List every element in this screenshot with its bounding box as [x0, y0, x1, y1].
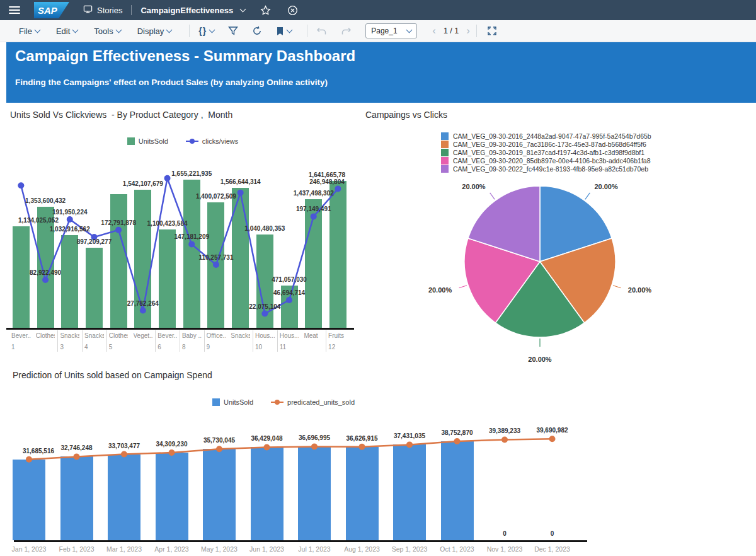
bar-data-label: 0 — [534, 530, 571, 537]
dashboard-subtitle: Finding the Campaigns' effect on Product… — [6, 65, 756, 87]
line-point[interactable] — [454, 438, 461, 444]
bar-data-label: 1,655,221,935 — [157, 170, 226, 177]
pie-percentage-label: 20.00% — [594, 183, 618, 190]
line-data-label: 110,257,731 — [181, 254, 251, 261]
menu-file[interactable]: File — [19, 26, 40, 36]
bar-data-label: 0 — [486, 530, 524, 537]
line-point[interactable] — [26, 456, 32, 463]
x-axis-line — [14, 540, 587, 542]
line-point[interactable] — [188, 241, 195, 247]
line-data-label: 197,149,491 — [279, 206, 348, 212]
line-data-label: 22,075,104 — [230, 303, 299, 310]
bar-data-label: 1,566,644,314 — [206, 178, 275, 185]
fullscreen-icon[interactable] — [487, 26, 497, 36]
menu-tools[interactable]: Tools — [94, 26, 120, 36]
x-axis-line — [6, 328, 354, 330]
favorite-star-icon[interactable] — [260, 5, 271, 16]
line-data-label: 246,948,804 — [292, 178, 359, 185]
chart-campaigns-vs-clicks: Campaings vs Clicks CAM_VEG_09-30-2016_2… — [365, 105, 755, 364]
chart-prediction-units-sold: Prediction of Units sold based on Campai… — [6, 366, 755, 556]
dashboard-title: Campaign Effectiveness - Summary Dashboa… — [6, 42, 756, 65]
page-selector-value: Page_1 — [371, 26, 397, 35]
page-selector[interactable]: Page_1 — [365, 23, 417, 38]
line-point[interactable] — [216, 446, 222, 452]
pie-label-leader — [459, 286, 467, 288]
hamburger-menu-icon[interactable] — [9, 6, 20, 14]
bar-data-label: 1,353,600,432 — [11, 197, 80, 204]
story-header-banner: Campaign Effectiveness - Summary Dashboa… — [6, 42, 756, 103]
bar-data-label: 1,542,107,679 — [108, 180, 178, 187]
pie-label-leader — [490, 193, 495, 200]
pie-layer: 20.00%20.00%20.00%20.00%20.00% — [365, 105, 755, 364]
shell-bar: SAP Stories CampaignEffectiveness — [0, 0, 756, 20]
bar-data-label: 471,057,030 — [255, 276, 324, 283]
toolbar-divider — [476, 25, 477, 37]
bar-data-label: 1,032,916,562 — [35, 226, 105, 233]
refresh-icon[interactable] — [252, 26, 262, 36]
menu-file-label: File — [19, 26, 32, 36]
chevron-down-icon — [406, 27, 413, 33]
chevron-down-icon — [35, 27, 41, 33]
menu-display-label: Display — [137, 26, 164, 36]
chevron-down-icon — [115, 27, 122, 33]
line-point[interactable] — [264, 444, 270, 450]
line-data-label: 46,694,714 — [255, 289, 324, 296]
next-page-icon[interactable]: › — [461, 25, 475, 37]
pie-percentage-label: 20.00% — [528, 356, 552, 363]
line-point[interactable] — [311, 213, 317, 219]
line-point[interactable] — [74, 453, 80, 460]
chevron-down-icon — [72, 27, 79, 33]
sac-story-window: SAP Stories CampaignEffectiveness — [0, 0, 756, 556]
prev-page-icon[interactable]: ‹ — [427, 25, 441, 37]
line-point[interactable] — [140, 308, 146, 314]
pie-percentage-label: 20.00% — [628, 286, 652, 294]
sap-logo-text: SAP — [38, 5, 57, 16]
shell-divider — [131, 5, 132, 15]
braces-icon: {} — [198, 26, 207, 36]
filter-icon[interactable] — [228, 26, 238, 36]
toolbar-divider — [307, 25, 307, 37]
close-circle-icon[interactable] — [287, 5, 298, 16]
pie-label-leader — [613, 286, 621, 288]
line-data-label: 191,950,224 — [35, 209, 105, 216]
chart-units-vs-clickviews: Units Sold Vs Clickviews - By Product Ca… — [6, 105, 359, 359]
bar-data-label: 1,437,498,302 — [279, 190, 348, 197]
line-point[interactable] — [18, 182, 24, 188]
chevron-down-icon — [240, 6, 246, 13]
menu-display[interactable]: Display — [137, 26, 172, 36]
menu-tools-label: Tools — [94, 26, 113, 36]
line-point[interactable] — [286, 297, 292, 303]
redo-icon[interactable] — [341, 26, 352, 36]
bar-data-label: 1,400,072,509 — [181, 193, 251, 200]
sap-logo: SAP — [34, 2, 69, 18]
chevron-down-icon — [209, 27, 215, 33]
bar-data-label: 897,209,277 — [59, 238, 129, 245]
line-point[interactable] — [169, 449, 175, 456]
pie-label-leader — [585, 193, 590, 200]
bar-data-label: 1,100,423,584 — [133, 220, 202, 227]
line-point[interactable] — [213, 262, 219, 268]
line-point[interactable] — [549, 436, 556, 442]
chevron-down-icon — [166, 27, 173, 33]
menu-edit[interactable]: Edit — [56, 26, 77, 36]
line-point[interactable] — [359, 444, 365, 450]
stories-label: Stories — [97, 6, 122, 15]
line-point[interactable] — [121, 451, 127, 458]
pie-percentage-label: 20.00% — [462, 183, 486, 190]
line-data-label: 39,690,982 — [518, 427, 587, 434]
document-title: CampaignEffectiveness — [140, 6, 233, 15]
line-layer — [6, 366, 755, 556]
pie-percentage-label: 20.00% — [428, 286, 452, 294]
document-title-menu[interactable]: CampaignEffectiveness — [140, 6, 245, 15]
line-point[interactable] — [115, 227, 122, 233]
line-point[interactable] — [261, 311, 268, 317]
line-point[interactable] — [501, 436, 508, 443]
line-point[interactable] — [42, 277, 49, 283]
line-point[interactable] — [406, 441, 413, 448]
stories-icon — [83, 4, 93, 16]
controls-menu[interactable]: {} — [198, 26, 214, 36]
bookmark-menu[interactable] — [276, 26, 292, 36]
undo-icon[interactable] — [316, 26, 327, 36]
line-point[interactable] — [311, 443, 318, 449]
stories-nav[interactable]: Stories — [83, 4, 122, 16]
